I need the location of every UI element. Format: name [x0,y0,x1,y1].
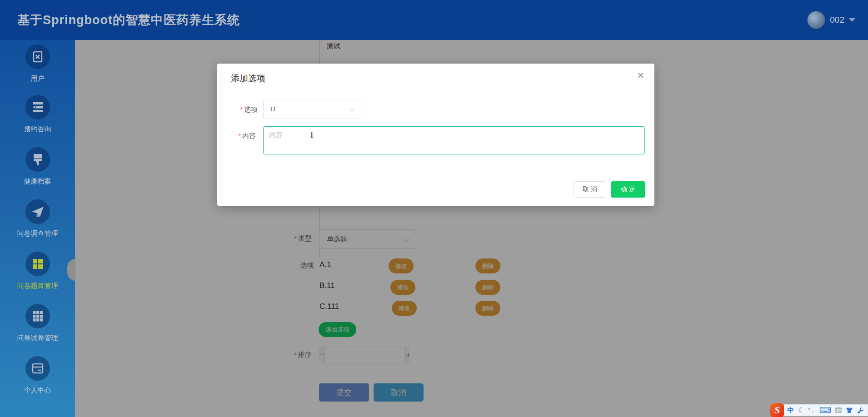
sidebar-item-label: 问卷试卷管理 [0,334,75,343]
dialog-title: 添加选项 [231,73,265,84]
profile-card-icon [31,362,44,374]
dialog-option-label: *选项 [219,105,258,114]
question-grid-icon [32,258,44,270]
ime-status-badge[interactable]: 20 [835,407,842,413]
ime-wrench-icon[interactable] [857,407,864,414]
username: 002 [830,15,844,25]
sidebar-item-label: 问卷调查管理 [0,229,75,238]
ime-toolbar: S 中 ☾ °， ⌨ 20 [770,403,868,417]
sidebar-item-label: 个人中心 [0,386,75,395]
sidebar-item-question-management[interactable]: 问卷题目管理 [0,252,75,290]
sidebar-nav: 用户 预约咨询 健康档案 问卷调查管理 问卷题目管理 [0,40,75,417]
sidebar-item-label: 用户 [0,74,75,83]
ime-moon-icon[interactable]: ☾ [798,406,804,414]
sidebar-item-personal-center[interactable]: 个人中心 [0,356,75,395]
sidebar-item-label: 预约咨询 [0,125,75,134]
sidebar-item-health-records[interactable]: 健康档案 [0,147,75,186]
dialog-content-label: *内容 [217,132,256,140]
dialog-content-placeholder: 内容 [269,131,283,139]
close-icon[interactable]: ✕ [637,71,644,80]
sidebar-item-survey-management[interactable]: 问卷调查管理 [0,199,75,238]
ime-skin-tshirt-icon[interactable] [846,407,853,413]
chevron-down-icon [349,106,355,112]
dialog-confirm-button[interactable]: 确 定 [611,181,645,198]
dialog-option-select[interactable]: D [263,100,361,119]
sidebar-item-paper-management[interactable]: 问卷试卷管理 [0,304,75,343]
text-cursor-icon: I [310,130,313,140]
survey-plane-icon [31,205,45,218]
dialog-option-select-value: D [270,105,275,113]
ime-punctuation-icon[interactable]: °， [808,407,815,414]
sidebar-item-appointment-consult[interactable]: 预约咨询 [0,95,75,134]
app-root: 测试 *类型 单选题 选项 A.1 修改 删除 B.11 修改 删除 C.111… [0,0,868,417]
app-header: 基于Springboot的智慧中医药养生系统 002 [0,0,868,40]
add-option-dialog: 添加选项 ✕ *选项 D *内容 内容 I 取 消 确 定 [217,64,654,206]
avatar[interactable] [807,11,825,29]
sidebar-item-users[interactable]: 用户 [0,45,75,83]
ime-mode-chinese[interactable]: 中 [787,406,794,415]
dialog-content-textarea[interactable]: 内容 I [263,126,645,154]
user-menu[interactable]: 002 [807,0,855,40]
sidebar-item-label: 健康档案 [0,177,75,186]
paper-grid-icon [32,310,44,322]
sidebar-item-label: 问卷题目管理 [0,282,75,290]
user-card-icon [32,51,44,63]
ime-keyboard-icon[interactable]: ⌨ [819,405,831,415]
app-title: 基于Springboot的智慧中医药养生系统 [17,12,240,28]
sogou-logo-icon[interactable]: S [770,403,784,417]
health-brush-icon [32,153,44,166]
dialog-cancel-button[interactable]: 取 消 [574,181,606,198]
caret-down-icon [849,18,855,22]
consult-list-icon [31,101,44,113]
sidebar-active-notch [67,259,75,281]
